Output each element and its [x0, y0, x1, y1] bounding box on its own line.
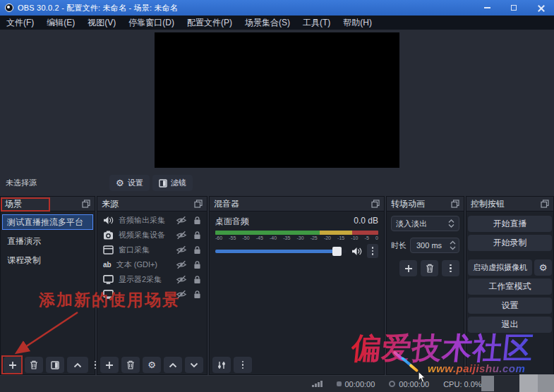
mixer-channel-menu-button[interactable] — [367, 244, 378, 258]
scenes-popout-button[interactable] — [82, 200, 90, 208]
dots-vertical-icon — [450, 264, 452, 273]
volume-slider-fill — [215, 250, 337, 253]
visibility-off-icon[interactable] — [176, 260, 187, 269]
lock-icon[interactable] — [193, 216, 201, 225]
filter-icon — [159, 179, 167, 188]
source-properties-toolbar-button[interactable]: ⚙ — [143, 357, 161, 373]
sources-dock-title: 来源 — [102, 198, 119, 210]
volume-slider[interactable] — [215, 250, 347, 253]
source-row[interactable]: ab 文本 (GDI+) — [97, 257, 207, 272]
display-icon — [103, 275, 114, 284]
popout-icon — [82, 200, 90, 208]
move-source-up-button[interactable] — [164, 357, 182, 373]
audio-channel-name: 桌面音频 — [215, 216, 249, 228]
source-row[interactable]: 窗口采集 — [97, 243, 207, 257]
popout-icon — [371, 200, 380, 208]
minimize-button[interactable] — [474, 0, 500, 16]
transitions-popout-button[interactable] — [451, 200, 459, 208]
controls-dock-header: 控制按钮 — [466, 197, 553, 212]
source-row[interactable]: 音频输出采集 — [97, 213, 207, 228]
filter-icon — [51, 361, 59, 369]
move-source-down-button[interactable] — [185, 357, 203, 373]
source-filters-button[interactable]: 滤镜 — [152, 175, 193, 191]
lock-icon[interactable] — [193, 290, 201, 299]
controls-popout-button[interactable] — [541, 200, 549, 208]
start-streaming-button[interactable]: 开始直播 — [468, 216, 552, 232]
menu-view[interactable]: 视图(V) — [81, 16, 122, 30]
duration-value: 300 ms — [416, 241, 442, 250]
dots-vertical-icon — [95, 361, 97, 369]
cpu-usage: CPU: 0.0% — [443, 380, 481, 388]
visibility-off-icon[interactable] — [176, 216, 187, 225]
lock-icon[interactable] — [193, 275, 201, 284]
status-bar: 00:00:00 00:00:00 CPU: 0.0% — [0, 375, 554, 392]
advanced-audio-properties-button[interactable] — [212, 357, 231, 373]
spinner-arrows-icon[interactable] — [450, 240, 456, 250]
start-virtual-camera-button[interactable]: 启动虚拟摄像机 — [468, 259, 532, 276]
stream-time-value: 00:00:00 — [345, 380, 375, 388]
mixer-popout-button[interactable] — [371, 200, 380, 208]
chevron-up-icon — [169, 362, 177, 368]
source-row[interactable]: 显示器2采集 — [97, 272, 207, 287]
filters-button-label: 滤镜 — [171, 178, 186, 188]
visibility-off-icon[interactable] — [176, 245, 187, 255]
scene-item[interactable]: 直播演示 — [2, 233, 93, 249]
transition-more-button[interactable] — [442, 260, 459, 276]
titlebar: OBS 30.0.2 - 配置文件: 未命名 - 场景: 未命名 — [0, 0, 554, 16]
remove-transition-button[interactable] — [421, 260, 438, 276]
transition-select[interactable]: 淡入淡出 — [391, 216, 459, 231]
lock-icon[interactable] — [193, 245, 201, 255]
popout-icon — [541, 200, 549, 208]
preview-canvas[interactable] — [155, 32, 399, 168]
menu-file[interactable]: 文件(F) — [0, 16, 40, 30]
menu-docks[interactable]: 停靠窗口(D) — [122, 16, 181, 30]
sources-dock-header: 来源 — [97, 197, 207, 212]
window-icon — [103, 245, 114, 255]
virtual-camera-config-button[interactable]: ⚙ — [534, 259, 552, 276]
trash-icon — [30, 360, 38, 369]
lock-icon[interactable] — [193, 260, 201, 269]
gear-icon: ⚙ — [116, 178, 124, 188]
audio-db-value: 0.0 dB — [354, 216, 378, 228]
volume-slider-handle[interactable] — [332, 247, 342, 256]
add-transition-button[interactable] — [399, 260, 417, 276]
watermark-block — [538, 374, 554, 392]
mouse-cursor — [418, 372, 426, 383]
source-properties-button[interactable]: ⚙ 设置 — [109, 175, 150, 191]
remove-source-button[interactable] — [121, 357, 140, 373]
combo-arrows-icon — [448, 219, 454, 228]
menu-scene-collection[interactable]: 场景集合(S) — [239, 16, 296, 30]
scene-item-selected[interactable]: 测试直播推流多平台 — [2, 214, 93, 230]
settings-button[interactable]: 设置 — [468, 298, 552, 314]
visibility-off-icon[interactable] — [176, 275, 187, 284]
chevron-up-icon — [73, 362, 82, 368]
visibility-off-icon[interactable] — [176, 231, 187, 240]
start-recording-button[interactable]: 开始录制 — [468, 235, 552, 251]
stream-timer: 00:00:00 — [337, 380, 375, 388]
duration-spinner[interactable]: 300 ms — [410, 238, 459, 253]
trash-icon — [426, 264, 434, 273]
source-row[interactable]: 视频采集设备 — [97, 228, 207, 243]
menu-help[interactable]: 帮助(H) — [337, 16, 378, 30]
source-label: 文本 (GDI+) — [116, 259, 171, 270]
menu-tools[interactable]: 工具(T) — [296, 16, 337, 30]
obs-main-window: OBS 30.0.2 - 配置文件: 未命名 - 场景: 未命名 文件(F) 编… — [0, 0, 554, 392]
menu-edit[interactable]: 编辑(E) — [40, 16, 81, 30]
sources-popout-button[interactable] — [194, 200, 203, 208]
mixer-more-button[interactable] — [234, 357, 252, 373]
sources-toolbar: ⚙ — [97, 355, 206, 374]
lock-icon[interactable] — [193, 231, 201, 240]
add-source-button[interactable] — [100, 357, 119, 373]
plus-icon — [105, 361, 114, 369]
maximize-icon — [511, 5, 517, 11]
studio-mode-button[interactable]: 工作室模式 — [468, 278, 552, 295]
duration-label: 时长 — [391, 240, 407, 251]
annotation-box-scenes-title — [1, 197, 50, 212]
mute-toggle-speaker-icon[interactable] — [351, 247, 362, 256]
watermark-block — [481, 376, 494, 391]
menu-profile[interactable]: 配置文件(P) — [181, 16, 239, 30]
text-icon: ab — [103, 261, 112, 269]
close-button[interactable] — [527, 0, 554, 16]
maximize-button[interactable] — [500, 0, 527, 16]
scene-item[interactable]: 课程录制 — [2, 252, 93, 268]
